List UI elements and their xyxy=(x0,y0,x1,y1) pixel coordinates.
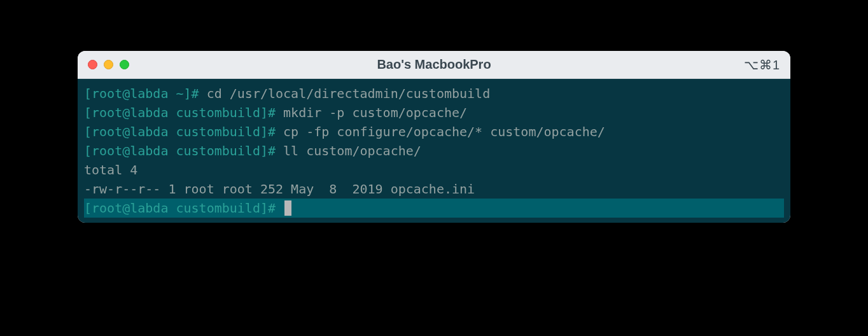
terminal-line: [root@labda ~]# cd /usr/local/directadmi… xyxy=(84,84,784,103)
terminal-output: -rw-r--r-- 1 root root 252 May 8 2019 op… xyxy=(84,179,784,199)
terminal-output: total 4 xyxy=(84,160,784,179)
terminal-line: [root@labda custombuild]# cp -fp configu… xyxy=(84,122,784,141)
titlebar: Bao's MacbookPro ⌥⌘1 xyxy=(78,51,790,79)
terminal-line: [root@labda custombuild]# ll custom/opca… xyxy=(84,141,784,160)
prompt: [root@labda custombuild]# xyxy=(84,199,283,218)
prompt: [root@labda custombuild]# xyxy=(84,124,283,139)
command: mkdir -p custom/opcache/ xyxy=(283,105,467,120)
window-title: Bao's MacbookPro xyxy=(377,57,491,72)
terminal-line: [root@labda custombuild]# mkdir -p custo… xyxy=(84,103,784,122)
prompt: [root@labda custombuild]# xyxy=(84,105,283,120)
command: ll custom/opcache/ xyxy=(283,143,421,158)
traffic-lights xyxy=(88,60,129,69)
minimize-button[interactable] xyxy=(104,60,113,69)
command: cd /usr/local/directadmin/custombuild xyxy=(207,86,491,101)
maximize-button[interactable] xyxy=(120,60,129,69)
terminal-active-line: [root@labda custombuild]# xyxy=(84,199,784,218)
prompt: [root@labda custombuild]# xyxy=(84,143,283,158)
shortcut-indicator: ⌥⌘1 xyxy=(744,57,780,73)
terminal-body[interactable]: [root@labda ~]# cd /usr/local/directadmi… xyxy=(78,79,790,223)
prompt: [root@labda ~]# xyxy=(84,86,207,101)
terminal-window: Bao's MacbookPro ⌥⌘1 [root@labda ~]# cd … xyxy=(78,51,790,223)
cursor xyxy=(284,200,291,216)
close-button[interactable] xyxy=(88,60,97,69)
command: cp -fp configure/opcache/* custom/opcach… xyxy=(283,124,605,139)
